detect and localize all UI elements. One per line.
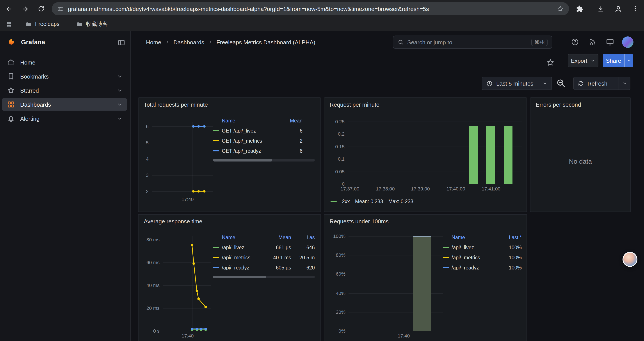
breadcrumb-dashboards[interactable]: Dashboards	[174, 39, 204, 46]
panel-title[interactable]: Total requests per minute	[144, 101, 208, 108]
legend-series-name[interactable]: GET /api/_readyz	[222, 148, 277, 153]
news-icon[interactable]	[588, 38, 597, 46]
legend-row[interactable]: /api/_readyz605 µs620	[213, 262, 315, 272]
legend-row[interactable]: /api/_livez100%	[443, 242, 522, 252]
legend-mean: Mean: 0.233	[355, 199, 383, 204]
browser-back-button[interactable]	[4, 4, 14, 14]
bookmark-folder-freeleaps[interactable]: Freeleaps	[26, 18, 60, 31]
legend-series-name[interactable]: GET /api/_metrics	[222, 138, 277, 143]
legend[interactable]: 2xx Mean: 0.233 Max: 0.233	[330, 199, 414, 204]
legend-value: 6	[283, 148, 302, 153]
url-text[interactable]: grafana.mathmast.com/d/deytv4rwavabkb/fr…	[68, 6, 552, 12]
zoom-out-icon[interactable]	[556, 78, 566, 88]
legend-header-row[interactable]: NameMeanLas	[213, 232, 315, 242]
requests-under-100ms-chart: 100%80%60%40%20%0%17:40	[348, 236, 443, 331]
bookmarks-bar: Freeleaps 收藏博客	[0, 18, 644, 31]
sidebar-item-alerting[interactable]: Alerting	[2, 112, 127, 125]
collapse-sidebar-icon[interactable]	[118, 39, 126, 47]
browser-profile-button[interactable]	[613, 4, 624, 14]
legend-series-name[interactable]: /api/_metrics	[222, 255, 260, 260]
browser-reload-button[interactable]	[36, 4, 46, 14]
dashboards-icon	[7, 101, 15, 108]
browser-menu-button[interactable]	[630, 4, 640, 14]
legend-row[interactable]: GET /api/_readyz6	[213, 146, 302, 156]
y-axis-tick: 80%	[336, 252, 346, 258]
site-info-icon[interactable]	[57, 6, 64, 12]
help-icon[interactable]	[571, 38, 579, 46]
legend-row[interactable]: /api/_livez661 µs646	[213, 242, 315, 252]
bookmark-star-icon[interactable]	[557, 5, 564, 12]
legend-row[interactable]: /api/_readyz100%	[443, 262, 522, 272]
share-button[interactable]: Share	[603, 54, 624, 67]
legend-header-value[interactable]: Last *	[501, 235, 522, 240]
legend-header-name[interactable]: Name	[452, 235, 494, 240]
legend-header-row[interactable]: NameLast *	[443, 232, 522, 242]
panel-title[interactable]: Errors per second	[536, 101, 581, 108]
user-avatar[interactable]	[622, 37, 634, 48]
apps-grid-icon[interactable]	[6, 21, 12, 28]
chart-bar[interactable]	[486, 126, 495, 184]
chevron-down-icon[interactable]	[116, 87, 123, 94]
browser-toolbar: grafana.mathmast.com/d/deytv4rwavabkb/fr…	[0, 0, 644, 18]
chart-bar[interactable]	[413, 236, 432, 331]
search-placeholder: Search or jump to...	[407, 39, 528, 46]
panel-title[interactable]: Requests under 100ms	[330, 218, 389, 225]
legend-header-row[interactable]: NameMean	[213, 115, 302, 126]
legend-series-name[interactable]: /api/_readyz	[452, 265, 494, 270]
bookmark-folder-blogs[interactable]: 收藏博客	[76, 18, 108, 31]
chart-bar[interactable]	[469, 126, 478, 184]
y-axis-tick: 0.25	[335, 119, 344, 124]
legend-row[interactable]: GET /api/_livez6	[213, 126, 302, 136]
sidebar-item-bookmarks[interactable]: Bookmarks	[2, 70, 127, 83]
brand-title[interactable]: Grafana	[21, 37, 45, 47]
chevron-down-icon[interactable]	[116, 115, 123, 122]
favorite-dashboard-icon[interactable]	[546, 58, 554, 67]
legend-series-name[interactable]: /api/_readyz	[222, 265, 260, 270]
legend-series-name[interactable]: GET /api/_livez	[222, 128, 277, 133]
legend-series-name[interactable]: 2xx	[342, 199, 350, 204]
floating-assistant-avatar[interactable]	[622, 252, 638, 267]
kiosk-mode-icon[interactable]	[606, 38, 614, 46]
chart-bar[interactable]	[504, 126, 512, 184]
legend-scrollbar[interactable]	[213, 159, 315, 162]
legend-series-name[interactable]: /api/_metrics	[452, 255, 494, 260]
sidebar-item-starred[interactable]: Starred	[2, 84, 127, 97]
legend-header-name[interactable]: Name	[222, 118, 277, 123]
panel-title[interactable]: Average response time	[144, 218, 202, 225]
legend-value: 40.1 ms	[266, 255, 291, 260]
downloads-button[interactable]	[595, 4, 606, 14]
legend-header-name[interactable]: Name	[222, 235, 260, 240]
grafana-logo[interactable]	[7, 38, 16, 47]
y-axis-tick: 60 ms	[146, 260, 160, 265]
address-bar[interactable]: grafana.mathmast.com/d/deytv4rwavabkb/fr…	[52, 2, 569, 15]
panel-total-requests-per-minute: Total requests per minute 6543217:40 Nam…	[138, 97, 321, 212]
extensions-button[interactable]	[574, 4, 585, 14]
scrollbar-thumb[interactable]	[213, 159, 272, 162]
refresh-button[interactable]: Refresh	[574, 77, 619, 90]
time-range-picker[interactable]: Last 5 minutes	[482, 77, 552, 90]
legend-row[interactable]: GET /api/_metrics2	[213, 136, 302, 146]
sidebar-item-dashboards[interactable]: Dashboards	[2, 98, 127, 111]
legend-header-value[interactable]: Las	[297, 235, 315, 240]
breadcrumb-home[interactable]: Home	[146, 39, 161, 46]
refresh-interval-button[interactable]	[619, 77, 630, 90]
legend-series-name[interactable]: /api/_livez	[222, 245, 260, 250]
share-menu-button[interactable]	[624, 54, 633, 67]
legend-series-name[interactable]: /api/_livez	[452, 245, 494, 250]
chevron-down-icon[interactable]	[116, 73, 123, 80]
bookmark-label: 收藏博客	[86, 18, 108, 31]
panel-title[interactable]: Request per minute	[330, 101, 380, 108]
legend-header-value[interactable]: Mean	[283, 118, 302, 123]
scrollbar-thumb[interactable]	[213, 276, 266, 278]
sidebar-item-home[interactable]: Home	[2, 56, 127, 69]
chevron-down-icon[interactable]	[116, 101, 123, 108]
legend-row[interactable]: /api/_metrics40.1 ms20.5 m	[213, 252, 315, 262]
browser-forward-button[interactable]	[20, 4, 30, 14]
legend-row[interactable]: /api/_metrics100%	[443, 252, 522, 262]
sidebar-item-label: Starred	[20, 87, 111, 94]
legend-scrollbar[interactable]	[213, 276, 315, 278]
clock-icon	[486, 80, 493, 87]
legend-header-value[interactable]: Mean	[266, 235, 291, 240]
search-input[interactable]: Search or jump to... ⌘+k	[393, 36, 552, 49]
export-button[interactable]: Export	[568, 54, 598, 67]
